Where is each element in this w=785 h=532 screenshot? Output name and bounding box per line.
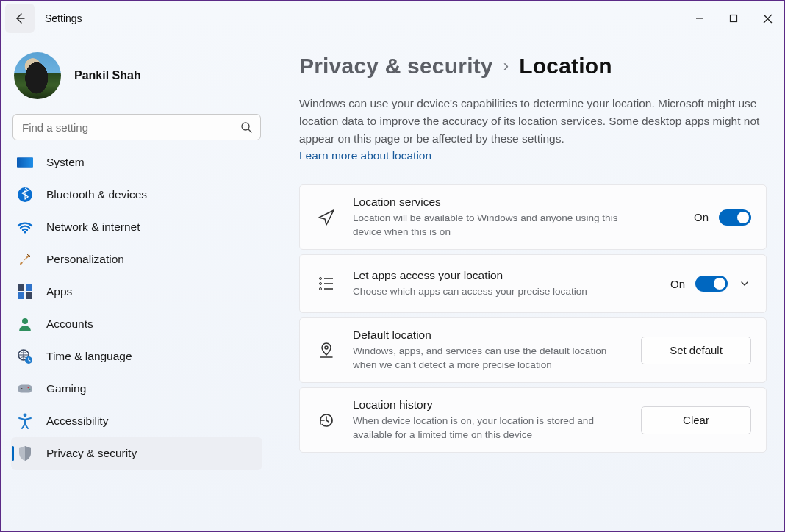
svg-point-5 xyxy=(24,231,26,233)
card-default-location: Default location Windows, apps, and serv… xyxy=(299,317,767,383)
user-name: Pankil Shah xyxy=(74,69,141,82)
maximize-icon xyxy=(729,14,738,23)
window-title: Settings xyxy=(45,12,82,24)
search-input[interactable] xyxy=(12,114,261,140)
gamepad-icon xyxy=(17,381,33,397)
card-title: Location services xyxy=(353,195,678,209)
sidebar-item-label: Accounts xyxy=(46,317,93,331)
svg-point-15 xyxy=(27,387,29,388)
titlebar: Settings xyxy=(1,1,784,36)
sidebar-item-label: Personalization xyxy=(46,253,124,266)
svg-point-10 xyxy=(22,318,28,324)
button-label: Clear xyxy=(683,414,709,426)
shield-icon xyxy=(17,445,33,461)
page-description: Windows can use your device's capabiliti… xyxy=(299,95,767,148)
settings-window: Settings Pankil Shah System xyxy=(0,0,785,532)
sidebar-item-label: Bluetooth & devices xyxy=(46,188,147,201)
svg-point-1 xyxy=(242,123,249,130)
map-pin-icon xyxy=(316,340,337,361)
user-account-row[interactable]: Pankil Shah xyxy=(11,45,262,112)
sidebar-item-accounts[interactable]: Accounts xyxy=(11,308,262,340)
svg-point-19 xyxy=(320,283,322,285)
card-location-history: Location history When device location is… xyxy=(299,387,767,453)
sidebar-item-bluetooth[interactable]: Bluetooth & devices xyxy=(11,179,262,211)
history-icon xyxy=(316,410,337,431)
sidebar-item-label: Privacy & security xyxy=(46,447,137,460)
person-icon xyxy=(17,316,33,332)
card-subtitle: Windows, apps, and services can use the … xyxy=(353,344,625,372)
toggle-state-label: On xyxy=(694,211,709,223)
minimize-icon xyxy=(695,14,704,23)
sidebar-item-label: Apps xyxy=(46,285,72,298)
svg-point-17 xyxy=(24,414,27,417)
svg-point-18 xyxy=(320,278,322,280)
svg-rect-0 xyxy=(731,15,737,22)
window-controls xyxy=(683,7,784,30)
svg-point-21 xyxy=(325,346,328,349)
svg-point-20 xyxy=(320,288,322,290)
nav-list: System Bluetooth & devices Network & int… xyxy=(11,151,262,531)
bluetooth-icon xyxy=(17,187,33,203)
apps-icon xyxy=(17,284,33,300)
sidebar-item-accessibility[interactable]: Accessibility xyxy=(11,405,262,437)
system-icon xyxy=(17,154,33,170)
card-title: Location history xyxy=(353,398,625,411)
sidebar: Pankil Shah System Bluetooth & devices xyxy=(1,36,273,531)
content-area: Privacy & security › Location Windows ca… xyxy=(273,36,784,531)
svg-point-14 xyxy=(21,388,22,389)
location-services-toggle[interactable] xyxy=(719,209,751,226)
svg-rect-7 xyxy=(26,284,32,291)
svg-rect-8 xyxy=(18,292,24,299)
card-title: Let apps access your location xyxy=(353,269,654,282)
accessibility-icon xyxy=(17,413,33,429)
minimize-button[interactable] xyxy=(683,7,717,30)
svg-rect-3 xyxy=(17,158,33,168)
page-title: Location xyxy=(519,54,612,79)
paintbrush-icon xyxy=(17,251,33,267)
search-field-wrap xyxy=(12,114,261,140)
svg-rect-13 xyxy=(18,385,32,393)
card-apps-access-location[interactable]: Let apps access your location Choose whi… xyxy=(299,254,767,313)
arrow-left-icon xyxy=(14,12,26,24)
sidebar-item-label: System xyxy=(46,156,85,169)
chevron-right-icon: › xyxy=(503,57,509,76)
clear-history-button[interactable]: Clear xyxy=(641,406,751,434)
set-default-button[interactable]: Set default xyxy=(641,337,751,364)
sidebar-item-system[interactable]: System xyxy=(11,151,262,179)
learn-more-link[interactable]: Learn more about location xyxy=(299,149,767,162)
location-arrow-icon xyxy=(316,207,337,228)
chevron-down-icon[interactable] xyxy=(738,277,751,290)
globe-clock-icon xyxy=(17,348,33,364)
list-settings-icon xyxy=(316,273,337,294)
maximize-button[interactable] xyxy=(717,7,750,30)
sidebar-item-network[interactable]: Network & internet xyxy=(11,211,262,243)
sidebar-item-personalization[interactable]: Personalization xyxy=(11,243,262,276)
close-button[interactable] xyxy=(750,7,784,30)
apps-access-toggle[interactable] xyxy=(695,276,728,292)
card-subtitle: Choose which apps can access your precis… xyxy=(353,284,632,298)
sidebar-item-label: Accessibility xyxy=(46,414,108,428)
svg-rect-9 xyxy=(26,292,32,299)
close-icon xyxy=(763,14,773,24)
sidebar-item-gaming[interactable]: Gaming xyxy=(11,373,262,405)
card-title: Default location xyxy=(353,328,625,342)
breadcrumb: Privacy & security › Location xyxy=(299,54,767,79)
back-button[interactable] xyxy=(5,4,35,33)
card-subtitle: When device location is on, your locatio… xyxy=(353,414,625,442)
svg-point-16 xyxy=(29,389,30,390)
sidebar-item-label: Network & internet xyxy=(46,220,140,234)
settings-cards: Location services Location will be avail… xyxy=(299,184,767,453)
breadcrumb-parent[interactable]: Privacy & security xyxy=(299,54,493,79)
card-subtitle: Location will be available to Windows an… xyxy=(353,211,632,239)
toggle-state-label: On xyxy=(670,278,685,290)
search-icon xyxy=(240,121,252,133)
svg-rect-6 xyxy=(18,284,24,291)
card-location-services[interactable]: Location services Location will be avail… xyxy=(299,184,767,250)
sidebar-item-privacy-security[interactable]: Privacy & security xyxy=(11,437,262,470)
avatar xyxy=(14,52,61,99)
sidebar-item-label: Time & language xyxy=(46,350,132,363)
button-label: Set default xyxy=(670,344,723,356)
sidebar-item-apps[interactable]: Apps xyxy=(11,276,262,308)
sidebar-item-label: Gaming xyxy=(46,382,86,395)
sidebar-item-time-language[interactable]: Time & language xyxy=(11,340,262,373)
